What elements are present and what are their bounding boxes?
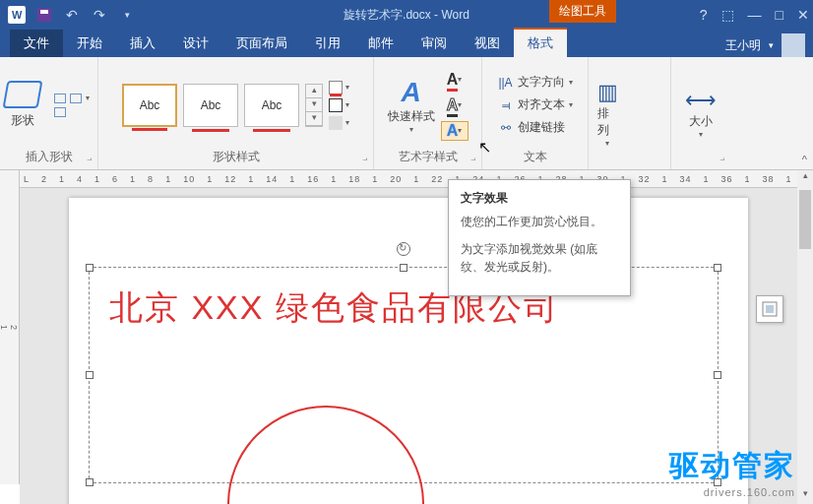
group-label-insert-shapes: 插入形状 (10, 147, 88, 167)
minimize-icon[interactable]: — (748, 7, 762, 23)
layout-options-icon (762, 301, 778, 317)
text-effects-a-icon: A (447, 122, 459, 140)
user-area[interactable]: 王小明 ▾ (725, 33, 805, 57)
resize-handle-w[interactable] (86, 371, 94, 379)
group-label-arrange (598, 163, 660, 167)
text-fill-button[interactable]: A▾ (441, 70, 469, 90)
quick-access-toolbar: W ↶ ↷ ▾ (0, 4, 138, 26)
tab-references[interactable]: 引用 (301, 30, 354, 57)
watermark-main: 驱动管家 (669, 446, 795, 486)
edit-shape-menu[interactable]: ▾ (54, 94, 97, 117)
vertical-scrollbar[interactable]: ▴ ▾ (797, 170, 813, 504)
text-effects-tooltip: 文字效果 使您的工作更加赏心悦目。 为文字添加视觉效果 (如底纹、发光或反射)。 (448, 179, 631, 296)
chevron-down-icon: ▾ (345, 118, 349, 127)
group-label-text: 文本 (492, 147, 578, 167)
rotate-handle[interactable] (397, 242, 410, 256)
user-name: 王小明 (725, 37, 761, 54)
tab-mailings[interactable]: 邮件 (354, 30, 407, 57)
align-text-icon: ⫤ (498, 98, 514, 112)
text-fill-a-icon: A (447, 71, 459, 89)
redo-icon[interactable]: ↷ (89, 4, 110, 26)
group-shape-styles: Abc Abc Abc ▴▾▾ ▾ ▾ ▾ 形状样式 (98, 57, 374, 169)
chevron-down-icon: ▾ (458, 126, 462, 135)
group-insert-shapes: 形状 ▾ 插入形状 (0, 57, 98, 169)
tooltip-line1: 使您的工作更加赏心悦目。 (461, 213, 618, 230)
help-icon[interactable]: ? (700, 7, 708, 23)
resize-handle-n[interactable] (400, 264, 407, 272)
shape-style-3[interactable]: Abc (244, 84, 299, 127)
tab-file[interactable]: 文件 (10, 30, 63, 57)
tab-format[interactable]: 格式 (514, 28, 567, 57)
qat-customize-icon[interactable]: ▾ (116, 4, 138, 26)
arrange-icon: ▥ (597, 80, 618, 105)
svg-text:W: W (12, 9, 23, 21)
shape-icon (2, 81, 42, 108)
watermark: 驱动管家 drivers.160.com (669, 446, 795, 498)
ribbon-display-icon[interactable]: ⬚ (721, 7, 734, 23)
save-icon[interactable] (33, 4, 55, 26)
shape-outline-button[interactable]: ▾ (329, 98, 349, 112)
collapse-ribbon-icon[interactable]: ^ (802, 154, 807, 165)
avatar[interactable] (782, 33, 805, 57)
link-icon: ⚯ (498, 121, 514, 135)
shape-fill-column: ▾ ▾ ▾ (329, 81, 349, 130)
scroll-down-icon[interactable]: ▾ (797, 488, 813, 504)
size-icon: ⟷ (685, 88, 717, 113)
ribbon: 形状 ▾ 插入形状 Abc Abc Abc ▴▾▾ ▾ ▾ ▾ 形状样式 A (0, 57, 813, 170)
wordart-a-icon: A (401, 77, 420, 108)
close-icon[interactable]: ✕ (797, 7, 809, 23)
undo-icon[interactable]: ↶ (61, 4, 83, 26)
shapes-button[interactable]: 形状 (1, 77, 44, 133)
group-label-shape-styles: 形状样式 (108, 147, 363, 167)
text-outline-button[interactable]: A▾ (441, 95, 469, 115)
tab-view[interactable]: 视图 (461, 30, 514, 57)
tab-design[interactable]: 设计 (169, 30, 222, 57)
tooltip-line2: 为文字添加视觉效果 (如底纹、发光或反射)。 (461, 240, 618, 276)
chevron-down-icon: ▾ (458, 75, 462, 84)
ribbon-tabs: 文件 开始 插入 设计 页面布局 引用 邮件 审阅 视图 格式 王小明 ▾ (0, 30, 813, 57)
maximize-icon[interactable]: □ (776, 7, 783, 23)
watermark-sub: drivers.160.com (669, 486, 795, 498)
group-wordart-styles: A 快速样式 ▾ A▾ A▾ A▾ 艺术字样式 (374, 57, 482, 169)
resize-handle-e[interactable] (714, 371, 721, 379)
horizontal-ruler[interactable]: L214161811011211411611812012212412612813… (0, 170, 813, 188)
arrange-button[interactable]: ▥ 排列 ▾ (597, 80, 618, 148)
quick-styles-button[interactable]: A 快速样式 ▾ (388, 77, 435, 134)
page: 北京 XXX 绿色食品有限公司 ▲ (69, 198, 748, 504)
user-dropdown-icon[interactable]: ▾ (769, 40, 774, 50)
shape-style-gallery-nav[interactable]: ▴▾▾ (305, 84, 323, 127)
resize-handle-ne[interactable] (714, 264, 721, 272)
chevron-down-icon: ▾ (409, 125, 413, 134)
text-direction-icon: ||A (498, 76, 514, 90)
tab-review[interactable]: 审阅 (407, 30, 461, 57)
shape-fill-button[interactable]: ▾ (329, 81, 349, 94)
window-controls: ? ⬚ — □ ✕ (700, 7, 809, 23)
chevron-down-icon: ▾ (458, 100, 462, 109)
scrollbar-thumb[interactable] (799, 190, 811, 249)
wordart-fill-column: A▾ A▾ A▾ (441, 70, 469, 141)
shape-effects-button[interactable]: ▾ (329, 116, 349, 130)
group-label-wordart-styles: 艺术字样式 (384, 147, 471, 167)
svg-rect-5 (766, 305, 774, 313)
tab-home[interactable]: 开始 (63, 30, 116, 57)
layout-options-button[interactable] (756, 295, 783, 323)
tab-insert[interactable]: 插入 (116, 30, 169, 57)
quick-styles-label: 快速样式 (388, 108, 435, 125)
tab-layout[interactable]: 页面布局 (222, 30, 301, 57)
align-text-button[interactable]: ⫤对齐文本▾ (498, 96, 573, 113)
effects-icon (329, 116, 343, 130)
shape-style-2[interactable]: Abc (183, 84, 238, 127)
drawing-tools-tab-label: 绘图工具 (549, 0, 616, 23)
wordart-textbox[interactable]: 北京 XXX 绿色食品有限公司 ▲ (89, 267, 719, 483)
size-button[interactable]: ⟷ 大小 ▾ (685, 88, 717, 139)
resize-handle-nw[interactable] (86, 264, 94, 272)
text-direction-button[interactable]: ||A文字方向▾ (498, 74, 573, 91)
scroll-up-icon[interactable]: ▴ (797, 170, 813, 186)
text-outline-a-icon: A (447, 96, 459, 114)
create-link-button[interactable]: ⚯创建链接 (498, 119, 573, 136)
shape-style-1[interactable]: Abc (122, 84, 177, 127)
text-effects-button[interactable]: A▾ (441, 121, 469, 141)
vertical-ruler[interactable]: 21112131415161718 (0, 170, 20, 484)
word-app-icon[interactable]: W (6, 4, 28, 26)
resize-handle-sw[interactable] (86, 478, 94, 486)
